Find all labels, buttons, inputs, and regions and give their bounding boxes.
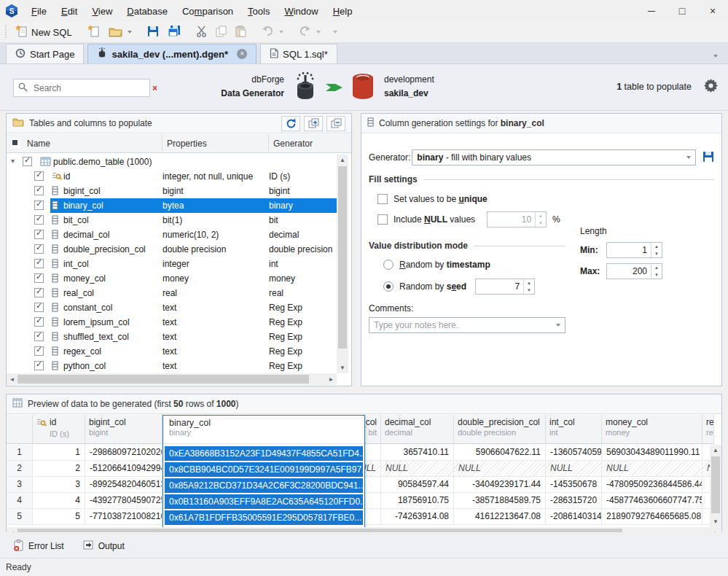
- menu-window[interactable]: Window: [278, 3, 324, 20]
- preview-header-bigint[interactable]: bigint_colbigint: [85, 415, 163, 443]
- column-row-bit_col[interactable]: ✓bit_colbit(1)bit: [7, 213, 337, 227]
- cell-bigint[interactable]: -43927780459072553: [85, 493, 163, 508]
- max-length-spinner[interactable]: 200▲▼: [606, 263, 662, 279]
- table-row[interactable]: ▾✓public.demo_table (1000): [7, 155, 337, 169]
- column-row-content[interactable]: real_colrealreal: [50, 286, 337, 300]
- cell-n[interactable]: 3: [7, 477, 33, 492]
- cell-double[interactable]: NULL: [454, 461, 546, 476]
- column-row-binary_col[interactable]: ✓binary_colbyteabinary: [7, 198, 337, 213]
- select-all-checkbox[interactable]: [11, 139, 20, 148]
- tab-dgen-document[interactable]: sakila_dev (...ment).dgen*×: [87, 44, 257, 63]
- row-checkbox[interactable]: ✓: [34, 288, 44, 297]
- random-by-seed-radio[interactable]: [383, 281, 394, 292]
- null-percent-spinner[interactable]: 10 ▲▼: [487, 211, 547, 227]
- row-checkbox[interactable]: ✓: [34, 346, 44, 356]
- undo-dropdown-caret[interactable]: [279, 31, 283, 34]
- cell-n[interactable]: 1: [7, 445, 33, 460]
- cell-bigint[interactable]: -771038721008210315: [85, 509, 163, 524]
- scroll-right-arrow[interactable]: ►: [326, 376, 337, 383]
- column-row-regex_col[interactable]: ✓regex_coltextReg Exp: [7, 344, 337, 359]
- column-row-content[interactable]: idinteger, not null, uniqueID (s): [50, 169, 337, 184]
- scroll-left-arrow[interactable]: ◄: [7, 530, 17, 533]
- selected-column-value[interactable]: 0x8CBB904BC0D57E3241E009199D997A5FB97...: [165, 462, 363, 477]
- preview-header-int[interactable]: int_colint: [546, 415, 602, 443]
- new-document-button[interactable]: [83, 23, 104, 42]
- tables-vertical-scrollbar[interactable]: ▲ ▼: [337, 155, 348, 373]
- row-checkbox[interactable]: ✓: [34, 186, 44, 195]
- preview-horizontal-scrollbar[interactable]: ◄ ►: [7, 527, 721, 532]
- cell-money[interactable]: -45877463606607747.75: [602, 493, 702, 508]
- column-row-content[interactable]: bit_colbit(1)bit: [50, 213, 337, 227]
- cell-id[interactable]: 1: [33, 445, 85, 460]
- cell-int[interactable]: -145350678: [546, 477, 602, 492]
- save-button[interactable]: [143, 23, 163, 42]
- seed-spinner[interactable]: 7▲▼: [475, 279, 535, 295]
- cell-int[interactable]: -286315720: [546, 493, 602, 508]
- column-row-content[interactable]: decimal_colnumeric(10, 2)decimal: [50, 227, 337, 242]
- spin-down-icon[interactable]: ▼: [651, 271, 662, 279]
- cell-double[interactable]: 41612213647.08: [454, 509, 546, 524]
- row-checkbox[interactable]: ✓: [34, 201, 44, 210]
- selected-column-value[interactable]: 0x0B13160A903EFF9A8E2AC635A645120FFD0...: [165, 494, 363, 509]
- row-checkbox[interactable]: ✓: [23, 157, 32, 166]
- expander-icon[interactable]: ▾: [11, 157, 15, 165]
- scroll-up-arrow[interactable]: ▲: [337, 155, 348, 166]
- maximize-button[interactable]: □: [667, 1, 697, 21]
- column-row-lorem_ipsum_col[interactable]: ✓lorem_ipsum_coltextReg Exp: [7, 315, 337, 330]
- cell-bit[interactable]: [365, 445, 381, 460]
- cell-n[interactable]: 5: [7, 509, 33, 524]
- selected-column-header[interactable]: binary_col binary: [163, 416, 364, 444]
- column-row-content[interactable]: int_colintegerint: [50, 257, 337, 271]
- cell-double[interactable]: -34049239171.44: [454, 477, 546, 492]
- column-row-content[interactable]: money_colmoneymoney: [50, 271, 337, 286]
- cell-n[interactable]: 4: [7, 493, 33, 508]
- open-file-button[interactable]: [104, 23, 136, 42]
- selected-column-value[interactable]: 0x61A7B1FDFFB35005591E295D057817FBE0...: [165, 510, 363, 525]
- close-button[interactable]: ×: [697, 1, 728, 21]
- spin-up-icon[interactable]: ▲: [524, 279, 534, 287]
- row-checkbox[interactable]: ✓: [34, 230, 44, 239]
- menu-database[interactable]: Database: [120, 3, 174, 20]
- preview-header-real[interactable]: real_colreal: [702, 415, 714, 443]
- toolbar-overflow-caret[interactable]: [333, 31, 337, 34]
- cell-bigint[interactable]: -298680972102026609: [85, 445, 163, 460]
- search-input[interactable]: [32, 82, 148, 94]
- column-row-real_col[interactable]: ✓real_colrealreal: [7, 286, 337, 300]
- selected-column-value[interactable]: 0x85A9212BCD371D34A2C6F3C28200BDC941...: [165, 478, 363, 493]
- unique-checkbox[interactable]: [377, 194, 388, 204]
- cell-id[interactable]: 4: [33, 493, 85, 508]
- row-checkbox[interactable]: ✓: [34, 317, 44, 327]
- tab-sql-document[interactable]: SQL 1.sql*: [260, 44, 337, 63]
- spin-up-icon[interactable]: ▲: [651, 243, 662, 250]
- redo-dropdown-caret[interactable]: [316, 31, 321, 34]
- column-row-constant_col[interactable]: ✓constant_coltextReg Exp: [7, 300, 337, 315]
- cell-decimal[interactable]: 3657410.11: [381, 445, 454, 460]
- cell-int[interactable]: NULL: [546, 461, 602, 476]
- include-null-checkbox[interactable]: [377, 214, 388, 225]
- cell-money[interactable]: 56903043489011990.11: [602, 445, 702, 460]
- close-tab-icon[interactable]: ×: [237, 49, 247, 59]
- column-row-content[interactable]: regex_coltextReg Exp: [50, 344, 337, 359]
- generator-combobox[interactable]: binary - fill with binary values: [412, 149, 696, 166]
- column-row-content[interactable]: shuffled_text_coltextReg Exp: [50, 330, 337, 344]
- cell-decimal[interactable]: 90584597.44: [381, 477, 454, 492]
- cell-id[interactable]: 5: [33, 509, 85, 524]
- menu-tools[interactable]: Tools: [241, 3, 276, 20]
- column-row-content[interactable]: python_coltextReg Exp: [50, 359, 337, 373]
- scroll-right-arrow[interactable]: ►: [711, 530, 721, 533]
- column-row-int_col[interactable]: ✓int_colintegerint: [7, 257, 337, 271]
- cell-bit[interactable]: [365, 509, 381, 524]
- selected-column-value[interactable]: 0xEA38668B3152A23F1D49437F4855CA51FD4...: [165, 446, 363, 461]
- menu-view[interactable]: View: [85, 3, 119, 20]
- scroll-down-arrow[interactable]: ▼: [337, 362, 348, 373]
- column-row-content[interactable]: bigint_colbigintbigint: [50, 184, 337, 198]
- menu-comparison[interactable]: Comparison: [176, 3, 240, 20]
- cell-bigint[interactable]: -899254820460513402: [85, 477, 163, 492]
- minimize-button[interactable]: ─: [636, 1, 667, 21]
- random-by-timestamp-radio[interactable]: [383, 260, 394, 270]
- spin-down-icon[interactable]: ▼: [651, 250, 662, 257]
- cell-decimal[interactable]: NULL: [381, 461, 454, 476]
- tables-horizontal-scrollbar[interactable]: ◄ ►: [7, 373, 337, 385]
- clear-search-icon[interactable]: ×: [152, 83, 157, 93]
- row-checkbox[interactable]: ✓: [34, 171, 44, 181]
